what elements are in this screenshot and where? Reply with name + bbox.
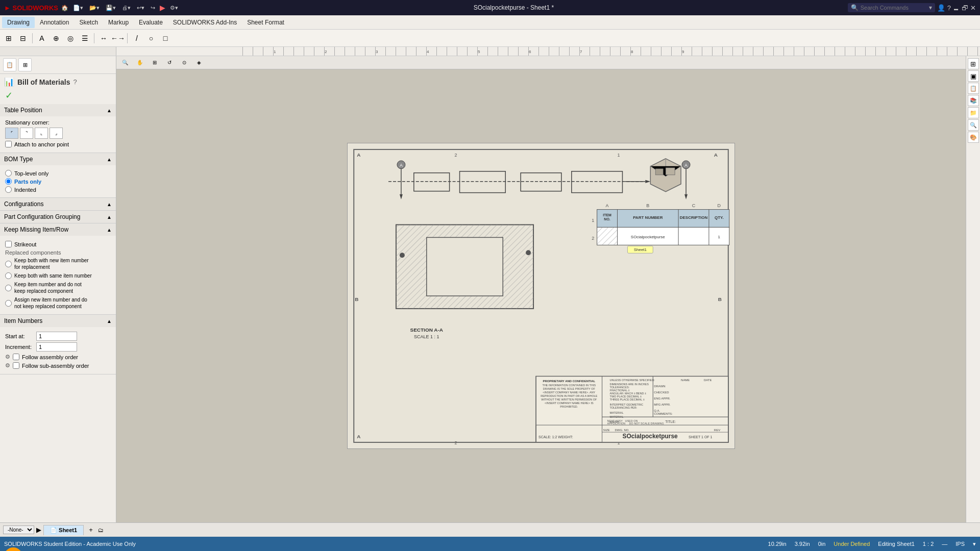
follow-assembly-checkbox[interactable]	[13, 354, 19, 360]
redo-btn[interactable]: ↪	[151, 5, 155, 11]
svg-text:SECTION A-A: SECTION A-A	[410, 327, 443, 333]
configurations-header[interactable]: Configurations ▲	[0, 198, 116, 210]
tb-projected-view[interactable]: ⊟	[16, 32, 30, 45]
assign-new-radio[interactable]	[5, 300, 12, 307]
close-btn[interactable]: ✕	[970, 4, 976, 12]
svg-text:5: 5	[478, 49, 480, 54]
add-sheet-btn[interactable]: +	[86, 525, 96, 535]
corner-bl-btn[interactable]: ⌞	[35, 128, 48, 139]
tb-linear-dim[interactable]: ←→	[111, 32, 125, 45]
under-defined-badge: Under Defined	[834, 541, 870, 547]
svg-text:SHEET 1 OF 1: SHEET 1 OF 1	[689, 435, 712, 439]
svg-text:UNLESS OTHERWISE SPECIFIED:: UNLESS OTHERWISE SPECIFIED:	[610, 379, 655, 382]
menu-markup[interactable]: Markup	[103, 17, 134, 28]
search-box[interactable]: 🔍 ▾	[848, 3, 935, 12]
keep-item-no-radio[interactable]	[5, 285, 12, 291]
canvas-tb-rotate[interactable]: ↺	[163, 56, 176, 69]
table-icon-btn[interactable]: ⊞	[18, 58, 32, 71]
corner-br-btn[interactable]: ⌟	[50, 128, 63, 139]
none-dropdown[interactable]: -None-	[3, 525, 34, 534]
strikeout-checkbox[interactable]	[5, 241, 12, 247]
canvas-tb-zoom[interactable]: 🔍	[118, 56, 132, 69]
tb-model-view[interactable]: ⊞	[2, 32, 15, 45]
drawing-sheet: A A A A B B 2 1 2 1	[116, 69, 966, 522]
rp-design-lib[interactable]: 📚	[968, 95, 979, 106]
add-icon: +	[89, 526, 93, 534]
sheet1-tab[interactable]: 📄 Sheet1	[43, 525, 84, 535]
canvas-tb-section[interactable]: ⊙	[178, 56, 191, 69]
menu-addins[interactable]: SOLIDWORKS Add-Ins	[168, 17, 242, 28]
rp-appearances[interactable]: 🎨	[968, 132, 979, 143]
accept-btn[interactable]: ✓	[5, 90, 13, 101]
options-btn[interactable]: ⚙▾	[170, 5, 178, 11]
corner-tr-btn[interactable]: ⌝	[20, 128, 33, 139]
save-btn[interactable]: 💾▾	[106, 5, 116, 11]
bom-type-header[interactable]: BOM Type ▲	[0, 153, 116, 165]
canvas-tb-pan[interactable]: ✋	[133, 56, 146, 69]
bom-indented-radio[interactable]	[5, 186, 12, 193]
menu-sheetformat[interactable]: Sheet Format	[242, 17, 289, 28]
rp-view-manager[interactable]: ⊞	[968, 58, 979, 69]
keep-missing-header[interactable]: Keep Missing Item/Row ▲	[0, 223, 116, 236]
bom-partsonly-label: Parts only	[14, 179, 41, 185]
corner-tl-btn[interactable]: ⌜	[5, 128, 18, 139]
keep-item-no-label: Keep item number and do notkeep replaced…	[14, 281, 82, 294]
svg-text:NAME: NAME	[681, 379, 690, 382]
bom-toplevel-radio[interactable]	[5, 170, 12, 177]
keep-both-new-row: Keep both with new item numberfor replac…	[5, 257, 111, 270]
weather-widget[interactable]: ☁ 35°F Haze	[4, 547, 22, 552]
rp-file-exp[interactable]: 📁	[968, 107, 979, 118]
search-commands-input[interactable]	[861, 5, 927, 11]
svg-text:2: 2	[325, 49, 327, 54]
bom-help-icon[interactable]: ?	[73, 78, 77, 86]
svg-text:1: 1	[618, 153, 620, 158]
user-icon[interactable]: 👤	[937, 4, 945, 12]
open-btn[interactable]: 📂▾	[89, 5, 100, 11]
tb-centerline[interactable]: ⊕	[50, 32, 63, 45]
bom-icon-btn[interactable]: 📋	[3, 58, 16, 71]
tb-circle[interactable]: ○	[144, 32, 158, 45]
menu-drawing[interactable]: Drawing	[2, 17, 35, 28]
keep-both-same-radio[interactable]	[5, 272, 12, 279]
keep-both-new-radio[interactable]	[5, 261, 12, 267]
bom-partsonly-radio[interactable]	[5, 178, 12, 185]
rp-search[interactable]: 🔍	[968, 119, 979, 131]
bom-type-label: BOM Type	[4, 156, 33, 163]
increment-input[interactable]	[36, 342, 77, 352]
tb-note[interactable]: A	[35, 32, 48, 45]
svg-text:MATERIAL: MATERIAL	[610, 411, 624, 414]
canvas-tb-fit[interactable]: ⊞	[148, 56, 161, 69]
tb-balloon[interactable]: ◎	[64, 32, 77, 45]
svg-text:A: A	[684, 163, 688, 168]
menu-annotation[interactable]: Annotation	[35, 17, 74, 28]
canvas-tb-3d[interactable]: ◈	[192, 56, 206, 69]
file-title: SOcialpocketpurse - Sheet1 *	[474, 4, 554, 11]
menu-evaluate[interactable]: Evaluate	[134, 17, 168, 28]
increment-row: Increment:	[5, 342, 111, 352]
svg-text:DO NOT SCALE DRAWING: DO NOT SCALE DRAWING	[629, 422, 664, 425]
rp-prop-manager[interactable]: 📋	[968, 83, 979, 94]
part-config-header[interactable]: Part Configuration Grouping ▲	[0, 211, 116, 223]
new-btn[interactable]: 📄▾	[73, 5, 83, 11]
table-position-header[interactable]: Table Position ▲	[0, 104, 116, 116]
arrow-cursor-btn[interactable]: ▶	[160, 4, 165, 12]
svg-rect-43	[427, 237, 503, 296]
item-numbers-header[interactable]: Item Numbers ▲	[0, 315, 116, 327]
home-icon[interactable]: 🏠	[61, 5, 68, 11]
attach-anchor-checkbox[interactable]	[5, 141, 12, 147]
minimize-btn[interactable]: 🗕	[953, 4, 960, 12]
maximize-btn[interactable]: 🗗	[962, 4, 968, 12]
start-at-input[interactable]	[36, 332, 77, 341]
tb-bom[interactable]: ☰	[78, 32, 91, 45]
menu-sketch[interactable]: Sketch	[74, 17, 103, 28]
follow-subassembly-checkbox[interactable]	[13, 362, 19, 369]
undo-btn[interactable]: ↩▾	[137, 5, 144, 11]
tb-rect[interactable]: □	[159, 32, 172, 45]
help-btn[interactable]: ?	[947, 4, 951, 12]
tb-line[interactable]: /	[130, 32, 143, 45]
svg-text:QTY.: QTY.	[715, 215, 724, 220]
tb-smart-dim[interactable]: ↔	[97, 32, 110, 45]
rp-display-pane[interactable]: ▣	[968, 70, 979, 82]
start-at-label: Start at:	[5, 333, 33, 339]
print-btn[interactable]: 🖨▾	[122, 5, 131, 11]
